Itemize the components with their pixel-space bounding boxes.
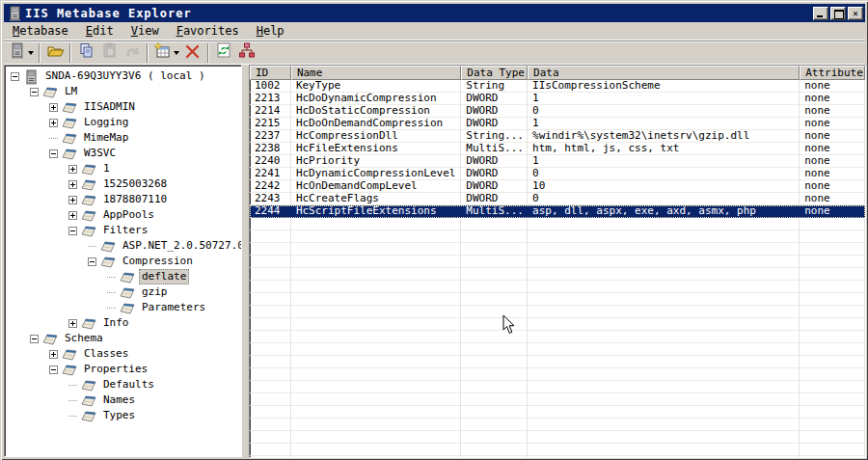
tree-item-parameters[interactable]: Parameters [5,300,241,315]
empty-cell [461,218,528,230]
empty-cell [291,444,461,456]
close-button[interactable] [848,7,863,20]
empty-cell [250,331,291,343]
tree-item-asp-net-2-0-50727-0[interactable]: ASP.NET_2.0.50727.0 [5,238,241,254]
expand-icon[interactable] [49,350,58,359]
delete-button[interactable] [181,42,204,64]
property-row-2238[interactable]: 2238HcFileExtensionsMultiS...htm, html, … [250,143,865,155]
property-row-2237[interactable]: 2237HcCompressionDllString...%windir%\sy… [250,130,865,143]
tree-item-defaults[interactable]: Defaults [5,377,241,392]
collapse-icon[interactable] [49,149,58,158]
tree-item-1[interactable]: 1 [5,161,241,176]
tree-item-names[interactable]: Names [5,392,241,408]
tree-item-info[interactable]: Info [5,315,241,331]
empty-cell [528,381,800,393]
cell-attributes: none [800,180,865,193]
expand-icon[interactable] [68,196,77,204]
property-row-2214[interactable]: 2214HcDoStaticCompressionDWORD0none [250,105,865,118]
property-row-1002[interactable]: 1002KeyTypeStringIIsCompressionSchemenon… [250,80,865,93]
column-header-data-type[interactable]: Data Type [461,66,528,80]
property-row-2241[interactable]: 2241HcDynamicCompressionLevelDWORD0none [250,168,865,180]
column-header-name[interactable]: Name [291,66,461,80]
metabase-key-icon [120,301,136,314]
copy-button[interactable] [74,42,97,64]
connect-server-button[interactable] [7,42,36,64]
tree-item-deflate[interactable]: deflate [5,269,241,284]
menu-metabase[interactable]: Metabase [4,23,77,40]
open-button[interactable] [43,42,67,64]
cell-data-type: String [461,80,528,93]
property-row-2243[interactable]: 2243HcCreateFlagsDWORD0none [250,193,865,205]
refresh-button[interactable] [212,42,235,64]
undo-icon [123,43,141,63]
property-row-2213[interactable]: 2213HcDoDynamicCompressionDWORD1none [250,93,865,105]
empty-row [250,381,865,393]
collapse-icon[interactable] [88,257,96,266]
expand-icon[interactable] [68,319,77,328]
dropdown-caret-icon[interactable] [174,51,179,55]
empty-cell [250,431,291,444]
tree-item-compression[interactable]: Compression [5,254,241,269]
tree-item-filters[interactable]: Filters [5,223,241,238]
property-row-2240[interactable]: 2240HcPriorityDWORD1none [250,155,865,168]
expand-icon[interactable] [68,165,77,174]
tree-item-classes[interactable]: Classes [5,346,241,362]
tree-item-label: Compression [120,255,196,268]
empty-cell [800,444,865,456]
collapse-icon[interactable] [49,365,58,374]
new-key-button[interactable] [151,42,181,64]
collapse-icon[interactable] [11,72,19,81]
collapse-icon[interactable] [30,88,39,96]
cell-data: 0 [528,193,800,205]
tree-item-1525003268[interactable]: 1525003268 [5,176,241,192]
tree-item-snda-69q3uyy3v6-local-[interactable]: SNDA-69Q3UYY3V6 ( local ) [5,68,241,84]
empty-cell [291,368,461,381]
tree-item-apppools[interactable]: AppPools [5,207,241,223]
expand-icon[interactable] [68,211,77,220]
collapse-icon[interactable] [30,335,39,343]
dropdown-caret-icon[interactable] [28,51,34,55]
titlebar[interactable]: IIS Metabase Explorer [4,4,865,22]
tree-item-label: Logging [81,116,131,129]
empty-cell [250,393,291,406]
empty-cell [250,293,291,306]
cell-data: 0 [528,105,800,118]
column-header-data[interactable]: Data [528,66,800,80]
menu-edit[interactable]: Edit [77,23,122,40]
collapse-icon[interactable] [68,227,77,235]
column-header-attributes[interactable]: Attributes [800,66,865,80]
tree-item-label: Info [100,316,132,330]
tree-item-properties[interactable]: Properties [5,362,241,377]
tree-item-1878807110[interactable]: 1878807110 [5,192,241,207]
menu-help[interactable]: Help [248,23,293,40]
menu-favorites[interactable]: Favorites [168,23,248,40]
cell-data: 1 [528,93,800,105]
tree-item-w3svc[interactable]: W3SVC [5,146,241,161]
empty-row [250,419,865,431]
menu-view[interactable]: View [122,23,168,40]
tree-item-iisadmin[interactable]: IISADMIN [5,99,241,115]
tree-item-types[interactable]: Types [5,408,241,423]
property-row-2244[interactable]: 2244HcScriptFileExtensionsMultiS...asp, … [250,205,865,218]
empty-cell [461,444,528,456]
tree-item-mimemap[interactable]: MimeMap [5,130,241,146]
metabase-key-icon [81,409,97,422]
property-row-2242[interactable]: 2242HcOnDemandCompLevelDWORD10none [250,180,865,193]
cell-data: 10 [528,180,800,193]
cell-data-type: MultiS... [461,143,528,155]
property-row-2215[interactable]: 2215HcDoOnDemandCompressionDWORD1none [250,118,865,130]
column-header-id[interactable]: ID [250,66,291,80]
empty-cell [800,318,865,331]
expand-icon[interactable] [49,103,58,112]
tree-item-lm[interactable]: LM [5,84,241,99]
tree-item-logging[interactable]: Logging [5,115,241,130]
expand-icon[interactable] [68,180,77,189]
empty-row [250,368,865,381]
tree-item-gzip[interactable]: gzip [5,284,241,300]
tree-view-button[interactable] [235,42,258,64]
expand-icon[interactable] [49,119,58,127]
maximize-button[interactable] [830,7,846,20]
cell-data: 1 [528,155,800,168]
tree-item-schema[interactable]: Schema [5,331,241,346]
minimize-button[interactable] [813,7,828,20]
